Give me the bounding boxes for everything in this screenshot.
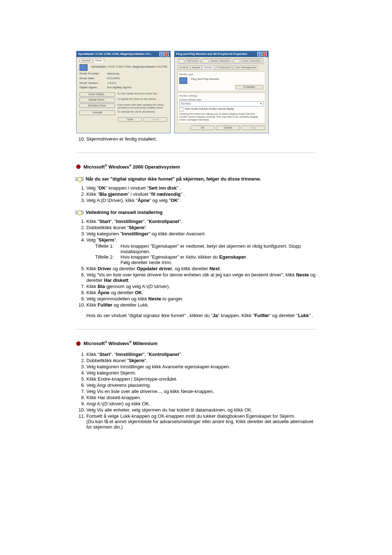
subsection-title-signature: Når du ser "digital signatur ikke funnet… [86,176,261,182]
provider-value: Samsung [107,72,119,76]
section-title-win2000: Microsoft® Windows® 2000 Operativsystem [83,164,180,170]
subsection-title-manual: Veiledning for manuell installering [86,210,163,215]
case1-text: Hvis knappen "Egenskaper" er nedtonet, b… [121,243,316,254]
list-item: Klikk Bla gjennom og velg A:\(D:\driver)… [86,284,316,289]
version-value: 1.0.0.0 [107,81,116,85]
list-item: Velg kategorien "Innstillinger" og klikk… [86,231,316,236]
list-item: Velg "OK" knappen i vinduet "Sett inn di… [86,185,316,191]
dialog2-titlebar: Plug and Play Monitor and 3D Prophet III… [175,51,268,57]
hide-modes-checkbox[interactable] [179,108,183,112]
list-item: Klikk Endre-knappen i Skjermtype-området… [86,376,316,382]
provider-label: Driver Provider: [79,72,105,76]
document-page: SyncMaster 171S/ 175S/ 170S, MagicSyncMa… [0,0,392,455]
tab-adapter[interactable]: Adapter [190,65,202,70]
monitor-type-value: Plug and Play Monitor [191,77,219,81]
list-item: Velg Vis alle enheter, velg skjermen du … [86,407,316,413]
cancel-button[interactable]: Cancel [143,117,167,122]
tab-color-management[interactable]: Color Management [233,65,258,70]
dialog2-title-text: Plug and Play Monitor and 3D Prophet III… [176,52,247,56]
case1-label: Tilfelle 1: [95,243,118,254]
list-item: Velg "Vis en liste over kjente drivere f… [86,272,316,283]
chevron-down-icon: ▾ [260,102,262,106]
help-icon[interactable]: ? [257,52,262,56]
divider [76,153,316,153]
monitor-settings-label: Monitor settings [179,94,264,97]
driver-details-desc: To view details about the driver files. [117,92,158,95]
date-value: 9/11/2001 [107,77,120,80]
monitor-icon [179,77,187,84]
subsection-header-manual: Veiledning for manuell installering [76,210,316,215]
tab-monitor[interactable]: Monitor [203,65,214,70]
help-icon[interactable]: ? [159,52,164,56]
update-driver-desc: To update the driver for this device. [117,98,157,101]
tab-driver[interactable]: Driver [94,58,104,63]
list-item: Fortsett å velge Lukk-knappen og OK-knap… [86,413,316,430]
section-header-winme: Microsoft® Windows® Millennium [76,340,316,346]
case2-text: Hvis knappen "Egenskaper" er Aktiv, klik… [121,254,247,260]
uninstall-desc: To uninstall the driver (Advanced). [117,110,156,113]
monitor-icon [79,64,87,71]
sun-icon [76,210,83,215]
list-item: Angi A:\(D:\driver) og klikk OK. [86,401,316,406]
signature-steps-list: Velg "OK" knappen i vinduet "Sett inn di… [76,185,316,203]
refresh-rate-value: 60 Hertz [181,102,191,105]
case2-cont: Følg deretter neste trinn. [121,260,316,265]
tab-color-correction[interactable]: Color Correction [233,58,264,64]
cancel-button[interactable]: Cancel [216,126,240,130]
list-item: Klikk Åpne og deretter OK. [86,290,316,295]
refresh-rate-select[interactable]: 60 Hertz ▾ [179,101,264,106]
list-item: Klikk Driver og deretter Oppdater driver… [86,266,316,271]
section-title-winme: Microsoft® Windows® Millennium [83,340,158,346]
list-item: Velg Vis en liste over alle driverne...,… [86,389,316,394]
tab-troubleshoot[interactable]: Troubleshoot [215,65,233,70]
properties-button[interactable]: Properties [235,85,264,89]
hide-modes-label: Hide modes that this monitor cannot disp… [185,108,234,110]
post-paragraph: Hvis du ser vinduet "digital signatur ik… [86,313,316,318]
list-item: Velg "Skjerm". Tilfelle 1: Hvis knappen … [86,237,316,265]
ok-button[interactable]: OK [191,126,215,130]
list-item: Klikk "Start", "Innstillinger", "Kontrol… [86,219,316,224]
divider [76,329,316,329]
manual-install-steps-list: Klikk "Start", "Innstillinger", "Kontrol… [76,219,316,318]
close-icon[interactable]: × [164,52,169,56]
rollback-driver-button[interactable]: Roll Back Driver [79,104,115,108]
close-button[interactable]: Close [118,117,142,122]
bullet-icon [76,341,81,346]
update-driver-button[interactable]: Update Driver... [79,98,115,102]
winme-steps-list: Klikk "Start", "Innstillinger", "Kontrol… [76,352,316,430]
list-item: Velg Angi driverens plassering. [86,382,316,388]
dialog1-titlebar: SyncMaster 171S/ 175S/ 170S, MagicSyncMa… [77,51,170,57]
tab-device-selection[interactable]: Device Selection [201,58,232,64]
tab-geforce[interactable]: GeForce3 [177,58,201,64]
list-item: Velg kategorien Innstillinger og klikk A… [86,364,316,369]
install-step-10-list: Skjermdriveren er ferdig installert. [76,136,316,142]
driver-details-button[interactable]: Driver Details... [79,92,115,97]
date-label: Driver Date: [79,77,105,80]
list-item: Klikk Fullfør og deretter Lukk. Hvis du … [86,302,316,318]
list-item: Velg skjermmodellen og klikk Neste to ga… [86,296,316,301]
dialog1-title-text: SyncMaster 171S/ 175S/ 170S, MagicSyncMa… [78,52,152,56]
list-item: Klikk "Bla gjennom" i vinduet "fil nødve… [86,191,316,197]
driver-properties-dialog: SyncMaster 171S/ 175S/ 170S, MagicSyncMa… [76,51,171,133]
list-item: Dobbeltklikk ikonet "Skjerm". [86,358,316,363]
display-properties-dialog: Plug and Play Monitor and 3D Prophet III… [174,51,269,133]
signer-label: Digital Signer: [79,86,105,89]
dialog-screenshots-row: SyncMaster 171S/ 175S/ 170S, MagicSyncMa… [76,51,316,133]
list-item: Klikk Har diskett-knappen. [86,395,316,400]
tab-general[interactable]: General [177,65,189,70]
install-step-10: Skjermdriveren er ferdig installert. [86,136,316,142]
device-name: SyncMaster 171S/ 175S/ 170S, MagicSyncMa… [91,65,167,69]
hide-modes-note: Clearing this check box allows you to se… [179,113,264,122]
tab-general[interactable]: General [79,58,92,63]
bullet-icon [76,165,81,169]
section-header-win2000: Microsoft® Windows® 2000 Operativsystem [76,164,316,170]
apply-button[interactable]: Apply [241,126,265,130]
refresh-rate-label: Screen refresh rate: [179,98,264,101]
signer-value: Not digitally signed [107,86,131,89]
list-item: Velg kategorien Skjerm. [86,370,316,376]
uninstall-button[interactable]: Uninstall [79,110,115,115]
version-label: Driver Version: [79,81,105,85]
sun-icon [76,177,83,182]
close-icon[interactable]: × [262,52,267,56]
case2-label: Tilfelle 2: [95,254,118,260]
